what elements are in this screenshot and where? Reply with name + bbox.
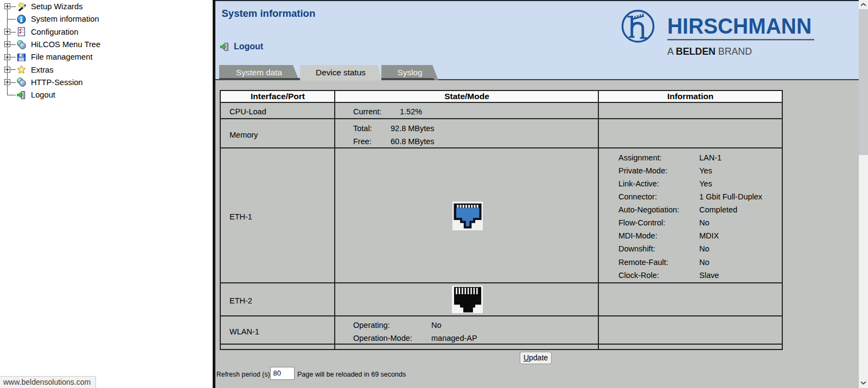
svg-text:A BELDEN BRAND: A BELDEN BRAND <box>667 46 752 57</box>
svg-text:HIRSCHMANN: HIRSCHMANN <box>667 14 812 38</box>
